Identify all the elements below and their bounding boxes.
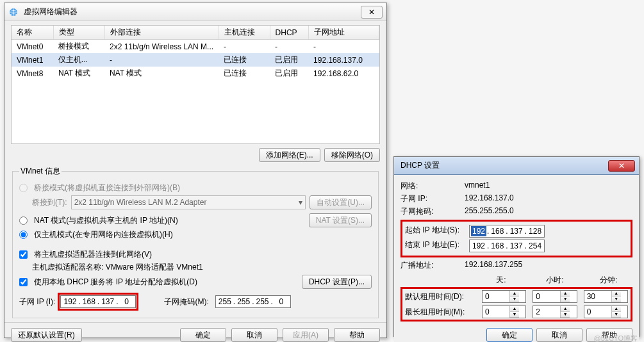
connect-host-adapter-checkbox[interactable] <box>19 250 28 259</box>
close-icon: ✕ <box>368 8 375 17</box>
subnet-mask-value: 255.255.255.0 <box>465 206 514 217</box>
ok-button[interactable]: 确定 <box>180 328 226 342</box>
table-header-row: 名称 类型 外部连接 主机连接 DHCP 子网地址 <box>12 26 379 40</box>
spin-up-icon[interactable]: ▲ <box>612 291 621 297</box>
watermark: @51CTO博客 <box>594 334 638 342</box>
network-value: vmnet1 <box>465 181 490 191</box>
main-title: 虚拟网络编辑器 <box>24 6 361 17</box>
bridge-to-label: 桥接到(T): <box>32 197 67 208</box>
col-dhcp[interactable]: DHCP <box>270 26 308 40</box>
max-lease-hours[interactable]: ▲▼ <box>533 305 577 318</box>
bridge-mode-label: 桥接模式(将虚拟机直接连接到外部网络)(B) <box>34 183 180 193</box>
ok-button[interactable]: 确定 <box>486 328 533 342</box>
nat-mode-label: NAT 模式(与虚拟机共享主机的 IP 地址)(N) <box>34 215 178 226</box>
broadcast-value: 192.168.137.255 <box>465 260 522 271</box>
close-icon: ✕ <box>618 161 625 170</box>
apply-button[interactable]: 应用(A) <box>283 328 329 342</box>
main-body: 名称 类型 外部连接 主机连接 DHCP 子网地址 VMnet0 桥接模式 2x… <box>4 21 386 322</box>
default-lease-days[interactable]: ▲▼ <box>482 290 526 303</box>
subnet-ip-label: 子网 IP (I): <box>19 297 55 307</box>
minutes-header: 分钟: <box>585 275 632 286</box>
subnet-ip-value: 192.168.137.0 <box>465 193 514 204</box>
spin-down-icon[interactable]: ▼ <box>612 297 621 302</box>
spin-down-icon[interactable]: ▼ <box>510 297 519 302</box>
network-label: 网络: <box>400 181 465 191</box>
remove-network-button[interactable]: 移除网络(O) <box>324 148 380 162</box>
max-lease-days[interactable]: ▲▼ <box>482 305 526 318</box>
spin-down-icon[interactable]: ▼ <box>561 312 570 318</box>
spin-up-icon[interactable]: ▲ <box>561 291 570 297</box>
network-table[interactable]: 名称 类型 外部连接 主机连接 DHCP 子网地址 VMnet0 桥接模式 2x… <box>11 25 380 144</box>
col-ext[interactable]: 外部连接 <box>104 26 219 40</box>
fieldset-legend: VMnet 信息 <box>19 166 62 177</box>
virtual-network-editor-window: 虚拟网络编辑器 ✕ 名称 类型 外部连接 主机连接 DHCP 子网地址 <box>4 3 387 338</box>
hours-header: 小时: <box>531 275 579 286</box>
main-footer: 还原默认设置(R) 确定 取消 应用(A) 帮助 <box>4 322 386 342</box>
use-dhcp-checkbox[interactable] <box>19 278 28 286</box>
cancel-button[interactable]: 取消 <box>536 328 582 342</box>
use-dhcp-label: 使用本地 DHCP 服务将 IP 地址分配给虚拟机(D) <box>34 277 197 288</box>
max-lease-label: 最长租用时间(M): <box>405 307 475 318</box>
main-titlebar[interactable]: 虚拟网络编辑器 ✕ <box>4 3 386 21</box>
host-only-radio[interactable] <box>19 231 28 239</box>
dhcp-setting-button[interactable]: DHCP 设置(P)... <box>302 275 372 289</box>
spin-up-icon[interactable]: ▲ <box>510 291 519 297</box>
dhcp-titlebar[interactable]: DHCP 设置 ✕ <box>394 157 639 175</box>
help-button[interactable]: 帮助 <box>334 328 380 342</box>
bridge-mode-radio[interactable] <box>19 184 28 192</box>
spin-up-icon[interactable]: ▲ <box>561 306 570 312</box>
default-lease-minutes[interactable]: ▲▼ <box>584 290 628 303</box>
end-ip-input[interactable]: . . . <box>469 240 545 252</box>
table-row[interactable]: VMnet1 仅主机... - 已连接 已启用 192.168.137.0 <box>12 53 379 67</box>
default-lease-hours[interactable]: ▲▼ <box>533 290 577 303</box>
subnet-ip-label: 子网 IP: <box>400 193 465 204</box>
dhcp-title: DHCP 设置 <box>400 160 608 171</box>
default-lease-label: 默认租用时间(D): <box>405 291 475 302</box>
broadcast-label: 广播地址: <box>400 260 465 271</box>
vmnet-info-fieldset: VMnet 信息 桥接模式(将虚拟机直接连接到外部网络)(B) 桥接到(T): … <box>12 166 379 318</box>
col-subnet[interactable]: 子网地址 <box>308 26 379 40</box>
max-lease-minutes[interactable]: ▲▼ <box>584 305 628 318</box>
end-ip-label: 结束 IP 地址(E): <box>405 240 469 252</box>
subnet-mask-label: 子网掩码: <box>400 206 465 217</box>
spin-down-icon[interactable]: ▼ <box>612 312 621 318</box>
spin-down-icon[interactable]: ▼ <box>561 297 570 302</box>
subnet-ip-input[interactable]: . . . <box>60 295 136 308</box>
spin-up-icon[interactable]: ▲ <box>612 306 621 312</box>
subnet-mask-input[interactable]: . . . <box>215 295 291 308</box>
start-ip-label: 起始 IP 地址(S): <box>405 225 469 238</box>
col-host[interactable]: 主机连接 <box>219 26 270 40</box>
table-row[interactable]: VMnet0 桥接模式 2x2 11b/g/n Wireless LAN M..… <box>12 40 379 54</box>
cancel-button[interactable]: 取消 <box>231 328 277 342</box>
col-name[interactable]: 名称 <box>12 26 53 40</box>
adapter-name-label: 主机虚拟适配器名称: VMware 网络适配器 VMnet1 <box>32 262 203 273</box>
close-button[interactable]: ✕ <box>608 160 635 172</box>
dhcp-body: 网络:vmnet1 子网 IP:192.168.137.0 子网掩码:255.2… <box>394 175 639 342</box>
restore-defaults-button[interactable]: 还原默认设置(R) <box>11 328 82 342</box>
nat-mode-radio[interactable] <box>19 216 28 225</box>
host-only-label: 仅主机模式(在专用网络内连接虚拟机)(H) <box>34 229 173 240</box>
nat-setting-button[interactable]: NAT 设置(S)... <box>309 213 372 227</box>
col-type[interactable]: 类型 <box>53 26 104 40</box>
dhcp-settings-window: DHCP 设置 ✕ 网络:vmnet1 子网 IP:192.168.137.0 … <box>393 156 640 337</box>
add-network-button[interactable]: 添加网络(E)... <box>259 148 320 162</box>
chevron-down-icon: ▾ <box>299 198 302 207</box>
table-row[interactable]: VMnet8 NAT 模式 NAT 模式 已连接 已启用 192.168.62.… <box>12 67 379 80</box>
auto-setting-button[interactable]: 自动设置(U)... <box>310 195 372 209</box>
app-icon <box>8 7 19 17</box>
spin-down-icon[interactable]: ▼ <box>510 312 519 318</box>
close-button[interactable]: ✕ <box>361 6 383 19</box>
subnet-mask-label: 子网掩码(M): <box>164 297 208 307</box>
spin-up-icon[interactable]: ▲ <box>510 306 519 312</box>
days-header: 天: <box>477 275 525 286</box>
bridge-to-combo[interactable]: 2x2 11b/g/n Wireless LAN M.2 Adapter ▾ <box>71 195 306 209</box>
start-ip-input[interactable]: . . . <box>469 225 545 238</box>
connect-host-adapter-label: 将主机虚拟适配器连接到此网络(V) <box>34 249 152 260</box>
